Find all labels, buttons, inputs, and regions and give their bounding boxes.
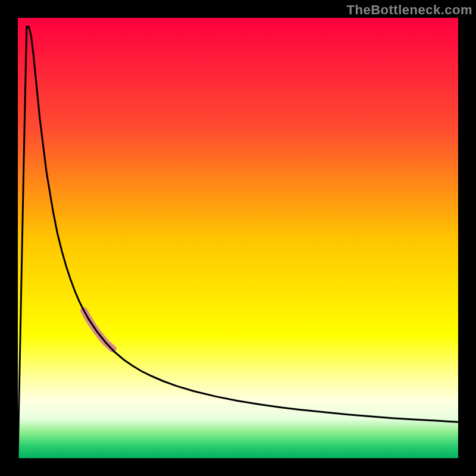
- chart-svg: [18, 18, 458, 458]
- chart-frame: TheBottleneck.com: [0, 0, 476, 476]
- background-gradient: [18, 18, 458, 458]
- attribution-watermark: TheBottleneck.com: [347, 2, 472, 18]
- plot-area: [18, 18, 458, 458]
